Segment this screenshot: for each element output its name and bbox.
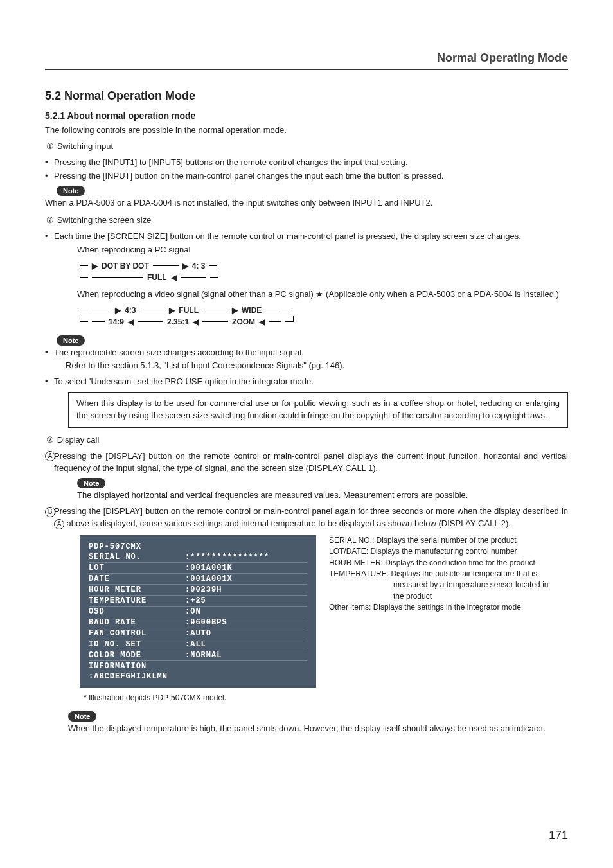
flow-node: ZOOM: [232, 317, 255, 326]
flow-node: DOT BY DOT: [102, 261, 149, 270]
arrow-right-icon: ▶: [232, 306, 238, 315]
panel-val: :AUTO: [185, 629, 307, 638]
bullet-icon: •: [45, 376, 54, 388]
flow-corner-icon: [80, 310, 88, 315]
flow-line-icon: [202, 310, 228, 310]
item-2-note-bullet-1: • The reproducible screen size changes a…: [45, 347, 568, 359]
display-panel-legend: SERIAL NO.: Displays the serial number o…: [329, 535, 548, 614]
note-badge: Note: [77, 478, 105, 488]
panel-key: :ABCDEFGHIJKLMN: [89, 672, 168, 681]
item-1-label: Switching input: [57, 141, 113, 151]
item-2-title: ② Switching the screen size: [45, 215, 568, 227]
bullet-icon: •: [45, 231, 54, 243]
item-3-a: A Pressing the [DISPLAY] button on the r…: [45, 450, 568, 475]
legend-line: LOT/DATE: Displays the manufacturing con…: [329, 546, 548, 557]
panel-key: BAUD RATE: [89, 618, 185, 627]
circled-2-icon: ②: [45, 434, 55, 447]
video-signal-label: When reproducing a video signal (signal …: [77, 288, 568, 301]
flow-node: 14:9: [109, 317, 124, 326]
arrow-left-icon: ◀: [259, 317, 265, 326]
flow-node: 4:3: [125, 306, 136, 315]
panel-key: COLOR MODE: [89, 651, 185, 660]
item-3-b-text-b: above is displayed, cause various settin…: [64, 518, 511, 528]
item-2-note-bullet-2: • To select 'Underscan', set the PRO USE…: [45, 376, 568, 388]
panel-val: :+25: [185, 596, 307, 605]
flow-corner-icon: [209, 265, 217, 271]
intro-text: The following controls are possible in t…: [45, 125, 568, 137]
legend-line: SERIAL NO.: Displays the serial number o…: [329, 535, 548, 546]
video-label-a: When reproducing a video signal (signal …: [77, 289, 315, 299]
flow-node: FULL: [179, 306, 199, 315]
legend-line: TEMPERATURE: Displays the outside air te…: [329, 569, 548, 580]
star-icon: ★: [315, 289, 323, 299]
circled-a-inline-icon: A: [54, 519, 64, 529]
flow-corner-icon: [285, 316, 294, 322]
bullet-icon: •: [45, 157, 54, 169]
circled-2-icon: ②: [45, 215, 55, 227]
panel-key: LOT: [89, 563, 185, 572]
flow-line-icon: [265, 310, 278, 310]
flow-line-icon: [139, 310, 165, 310]
panel-key: TEMPERATURE: [89, 596, 185, 605]
subsection-heading: 5.2.1 About normal operation mode: [45, 111, 568, 121]
panel-key: INFORMATION: [89, 662, 185, 671]
item-1-bullet-1: • Pressing the [INPUT1] to [INPUT5] butt…: [45, 157, 568, 169]
display-panel: PDP-507CMX SERIAL NO.:*************** LO…: [80, 535, 316, 688]
flow-corner-icon: [210, 272, 218, 278]
panel-val: :00239H: [185, 585, 307, 594]
arrow-left-icon: ◀: [171, 273, 177, 282]
illustration-caption: * Illustration depicts PDP-507CMX model.: [84, 693, 568, 702]
panel-key: HOUR METER: [89, 585, 185, 594]
page: Normal Operating Mode 5.2 Normal Operati…: [0, 0, 613, 868]
item-2-label: Switching the screen size: [57, 215, 152, 225]
arrow-right-icon: ▶: [182, 261, 188, 270]
flow-line-icon: [153, 265, 179, 266]
item-1-note-text: When a PDA-5003 or a PDA-5004 is not ins…: [45, 197, 568, 209]
flow-corner-icon: [80, 265, 88, 271]
item-1-bullet-2: • Pressing the [INPUT] button on the mai…: [45, 170, 568, 182]
item-3-a-note-text: The displayed horizontal and vertical fr…: [77, 490, 568, 502]
flow-corner-icon: [80, 316, 88, 322]
flow-line-icon: [269, 321, 281, 322]
flow-line-icon: [138, 321, 163, 322]
bullet-icon: •: [45, 170, 54, 182]
arrow-left-icon: ◀: [193, 317, 199, 326]
flow-line-icon: [92, 277, 143, 278]
flow-node: 4: 3: [192, 261, 206, 270]
flow-corner-icon: [80, 272, 88, 278]
note-badge: Note: [57, 335, 85, 346]
bullet-text: Pressing the [INPUT1] to [INPUT5] button…: [54, 157, 408, 169]
panel-key: ID NO. SET: [89, 640, 185, 649]
legend-line: the product: [329, 591, 548, 602]
flow-line-icon: [202, 321, 228, 322]
section-heading: 5.2 Normal Operation Mode: [45, 89, 568, 103]
flow-node: FULL: [147, 273, 167, 282]
panel-key: OSD: [89, 607, 185, 616]
note-badge: Note: [57, 186, 85, 196]
flow-corner-icon: [282, 310, 290, 315]
bullet-text: Each time the [SCREEN SIZE] button on th…: [54, 231, 521, 243]
legend-line: Other items: Displays the settings in th…: [329, 602, 548, 613]
legend-line: HOUR METER: Displays the conduction time…: [329, 558, 548, 569]
panel-key: DATE: [89, 574, 185, 583]
running-header: Normal Operating Mode: [45, 51, 568, 70]
panel-val: :9600BPS: [185, 618, 307, 627]
item-1-title: ① Switching input: [45, 141, 568, 153]
bullet-text: The reproducible screen size changes acc…: [54, 347, 304, 359]
flow-node: 2.35:1: [167, 317, 189, 326]
item-2-bullet-1: • Each time the [SCREEN SIZE] button on …: [45, 231, 568, 243]
copyright-warning-box: When this display is to be used for comm…: [68, 392, 568, 428]
display-call-2-row: PDP-507CMX SERIAL NO.:*************** LO…: [45, 531, 568, 691]
arrow-right-icon: ▶: [92, 261, 98, 270]
panel-val: :***************: [185, 553, 307, 562]
legend-line: measured by a temperature sensor located…: [329, 580, 548, 590]
arrow-right-icon: ▶: [169, 306, 175, 315]
note-badge: Note: [68, 711, 96, 722]
flow-line-icon: [92, 310, 111, 310]
panel-key: FAN CONTROL: [89, 629, 185, 638]
pc-signal-label: When reproducing a PC signal: [77, 244, 568, 256]
panel-val: :ALL: [185, 640, 307, 649]
item-3-b-text: Pressing the [DISPLAY] button on the rem…: [54, 506, 568, 530]
panel-val: :NORMAL: [185, 651, 307, 660]
circled-1-icon: ①: [45, 141, 55, 153]
